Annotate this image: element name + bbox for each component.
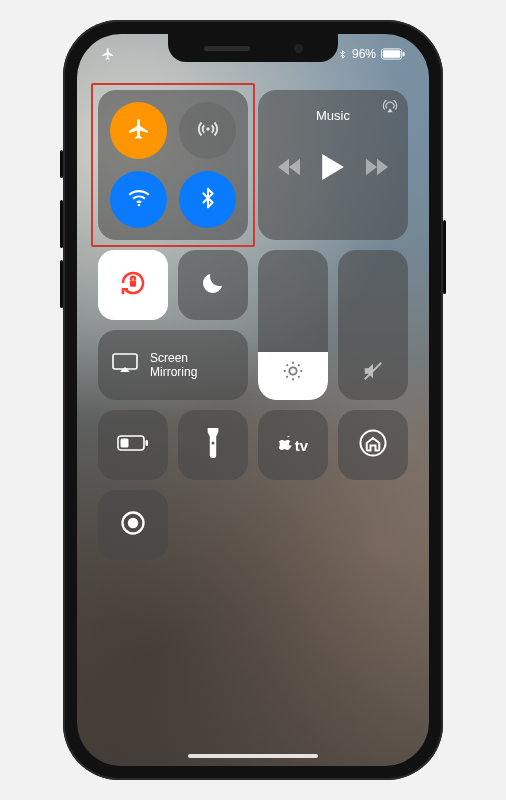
svg-rect-11 [146,440,149,446]
media-title: Music [316,108,350,142]
media-controls-module[interactable]: Music [258,90,408,240]
cellular-data-toggle[interactable] [179,102,236,159]
screen-recording-button[interactable] [98,490,168,560]
svg-rect-10 [121,439,129,448]
play-button[interactable] [322,154,344,184]
do-not-disturb-toggle[interactable] [178,250,248,320]
side-button [443,220,446,294]
screen-mirroring-label: Screen Mirroring [150,351,197,380]
wifi-toggle[interactable] [110,171,167,228]
volume-down-button [60,260,63,308]
orientation-lock-icon [118,268,148,302]
airplane-icon [127,117,151,145]
moon-icon [200,270,226,300]
volume-up-button [60,200,63,248]
svg-rect-8 [113,354,137,369]
bluetooth-icon [197,185,219,215]
sun-icon [282,360,304,386]
orientation-lock-toggle[interactable] [98,250,168,320]
svg-point-13 [361,431,386,456]
low-power-mode-toggle[interactable] [98,410,168,480]
svg-point-3 [206,127,209,130]
brightness-slider[interactable] [258,250,328,400]
home-indicator[interactable] [188,754,318,758]
record-icon [119,509,147,541]
iphone-frame: 96% [63,20,443,780]
bluetooth-toggle[interactable] [179,171,236,228]
volume-slider[interactable] [338,250,408,400]
svg-point-15 [128,518,139,529]
battery-icon [117,434,149,456]
control-center: Music [77,34,429,766]
screen-mirroring-icon [112,353,138,376]
previous-track-button[interactable] [278,158,300,180]
screen: 96% [77,34,429,766]
airplay-icon [382,100,398,118]
volume-mute-icon [361,360,385,386]
next-track-button[interactable] [366,158,388,180]
svg-rect-5 [130,281,136,287]
svg-point-6 [289,367,296,374]
notch [168,34,338,62]
airplane-mode-toggle[interactable] [110,102,167,159]
apple-tv-icon: tv [278,436,308,454]
svg-point-12 [212,442,215,445]
connectivity-module[interactable] [98,90,248,240]
home-button[interactable] [338,410,408,480]
svg-point-4 [137,203,140,206]
apple-tv-remote-button[interactable]: tv [258,410,328,480]
flashlight-button[interactable] [178,410,248,480]
ringer-switch [60,150,63,178]
home-icon [358,428,388,462]
screen-mirroring-button[interactable]: Screen Mirroring [98,330,248,400]
cellular-antenna-icon [195,116,221,146]
flashlight-icon [205,428,221,462]
wifi-icon [126,185,152,215]
